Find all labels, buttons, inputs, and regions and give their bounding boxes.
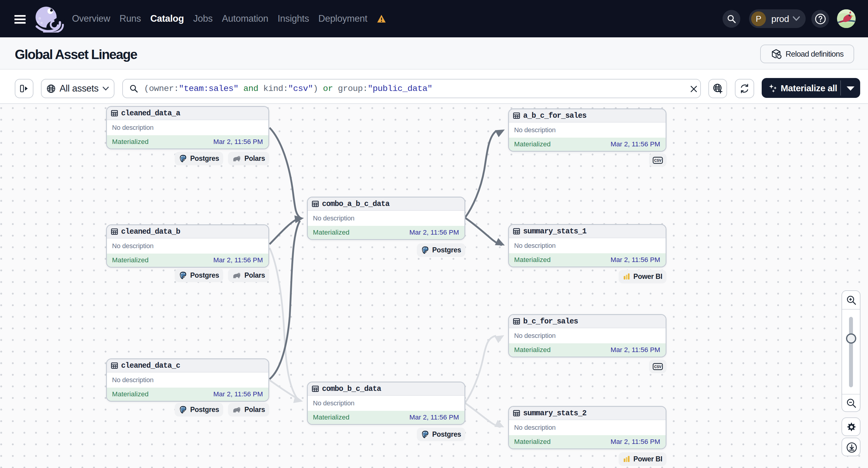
svg-text:CSV: CSV <box>654 365 661 369</box>
svg-text:CSV: CSV <box>654 158 661 163</box>
